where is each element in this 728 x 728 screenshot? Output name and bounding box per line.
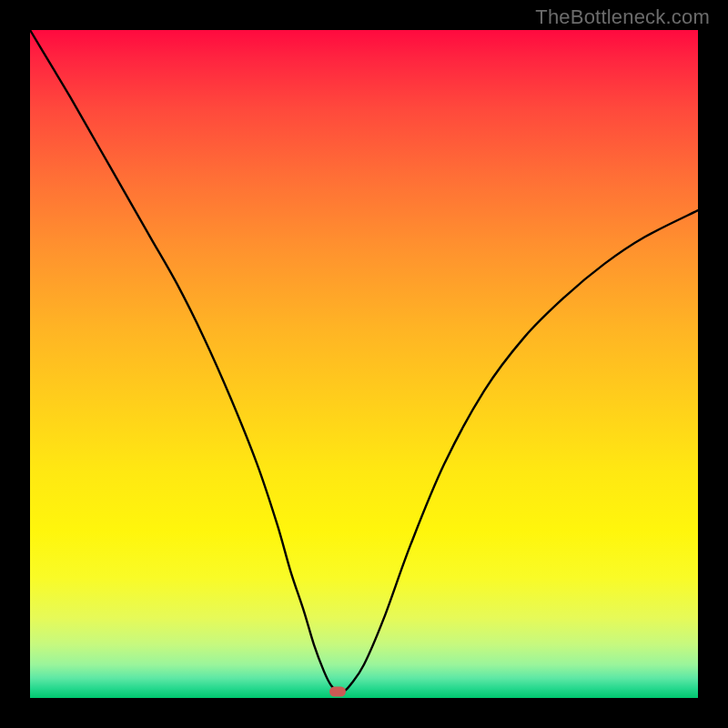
chart-frame: TheBottleneck.com (0, 0, 728, 728)
curve-layer (30, 30, 698, 698)
bottleneck-curve (30, 30, 698, 693)
watermark-text: TheBottleneck.com (535, 5, 710, 29)
optimal-marker (329, 686, 346, 696)
plot-area (30, 30, 698, 698)
